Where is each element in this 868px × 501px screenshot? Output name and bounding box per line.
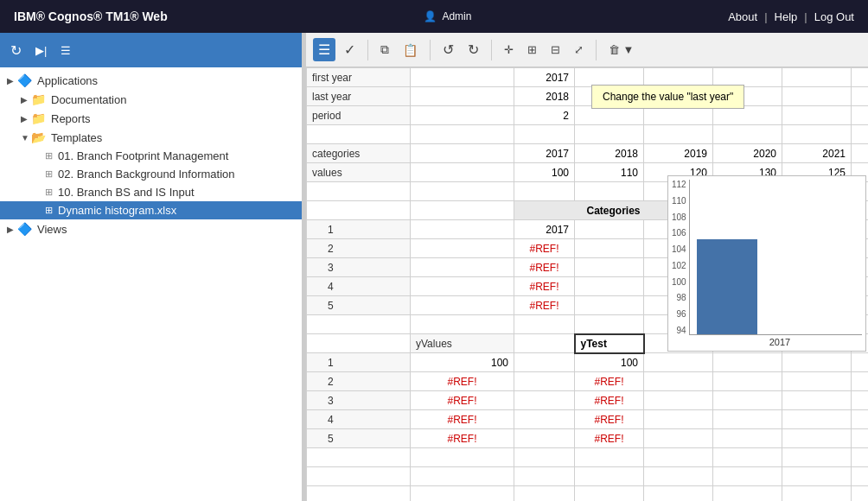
expand-button[interactable]: ⤢ <box>569 40 589 60</box>
check-button[interactable]: ✓ <box>339 38 361 61</box>
sidebar-item-applications[interactable]: ▶ 🔷 Applications <box>0 71 302 90</box>
copy2-button[interactable]: 📋 <box>398 40 423 60</box>
undo-button[interactable]: ↺ <box>437 38 459 61</box>
folder-icon-documentation: 📁 <box>31 92 46 106</box>
sidebar-item-reports[interactable]: ▶ 📁 Reports <box>0 109 302 128</box>
cell-wide[interactable] <box>852 106 869 125</box>
cell[interactable]: #REF! <box>514 239 575 258</box>
table-row: 1 100 100 <box>307 353 869 372</box>
cell[interactable]: 2017 <box>514 144 575 163</box>
cell[interactable]: 2021 <box>782 144 852 163</box>
top-nav: About | Help | Log Out <box>728 10 854 23</box>
table-row: first year 2017 <box>307 68 869 87</box>
sidebar-label-branch-bs-is: 10. Branch BS and IS Input <box>58 186 195 199</box>
table-row <box>307 125 869 144</box>
table-row: categories 2017 2018 2019 2020 2021 <box>307 144 869 163</box>
table-row: 4 #REF! #REF! <box>307 410 869 429</box>
cell[interactable]: #REF! <box>575 372 644 391</box>
row-label: values <box>307 163 411 182</box>
cell[interactable]: #REF! <box>514 296 575 315</box>
filter-button[interactable]: 🗑 ▼ <box>603 40 639 60</box>
cell-wide[interactable] <box>852 144 869 163</box>
sidebar-item-dynamic-histogram[interactable]: ▶ ⊞ Dynamic histogram.xlsx <box>0 201 302 219</box>
cell[interactable]: 100 <box>575 353 644 372</box>
cell[interactable]: #REF! <box>575 429 644 448</box>
cell[interactable]: #REF! <box>411 429 514 448</box>
toolbar-sep-1 <box>367 40 368 60</box>
cell[interactable] <box>782 106 852 125</box>
cell[interactable]: #REF! <box>514 277 575 296</box>
sidebar-item-documentation[interactable]: ▶ 📁 Documentation <box>0 90 302 109</box>
table-row: 3 #REF! #REF! <box>307 391 869 410</box>
arrow-templates: ▼ <box>21 133 31 143</box>
cell[interactable]: 2020 <box>713 144 782 163</box>
toolbar-sep-2 <box>430 40 431 60</box>
chart-bar-2017 <box>697 239 757 334</box>
username: Admin <box>442 10 471 22</box>
cell[interactable]: 2019 <box>644 144 713 163</box>
sidebar-item-branch-footprint[interactable]: ▶ ⊞ 01. Branch Footprint Management <box>0 147 302 165</box>
table-row: last year 2018 <box>307 87 869 106</box>
content-toolbar: ☰ ✓ ⧉ 📋 ↺ ↻ ✛ ⊞ ⊟ ⤢ 🗑 ▼ <box>306 33 868 67</box>
cell[interactable]: 100 <box>411 353 514 372</box>
insert-row-button[interactable]: ✛ <box>499 40 519 60</box>
help-link[interactable]: Help <box>775 10 798 23</box>
copy1-button[interactable]: ⧉ <box>375 39 394 60</box>
row-label: last year <box>307 87 411 106</box>
nav-sep-1: | <box>764 10 767 23</box>
row-label: first year <box>307 68 411 87</box>
sidebar-item-templates[interactable]: ▼ 📂 Templates <box>0 128 302 147</box>
cell[interactable]: 2017 <box>514 68 575 87</box>
folder-icon-templates: 📂 <box>31 130 46 144</box>
spreadsheet-area[interactable]: first year 2017 last year 2018 <box>306 67 868 501</box>
grid-icon-1: ⊞ <box>45 150 53 162</box>
cell-wide[interactable] <box>852 68 869 87</box>
cell[interactable]: 2 <box>514 106 575 125</box>
table-row: period 2 <box>307 106 869 125</box>
folder-icon-views: 🔷 <box>17 222 32 236</box>
table-row <box>307 448 869 467</box>
cell[interactable]: #REF! <box>514 258 575 277</box>
cell[interactable]: 100 <box>514 163 575 182</box>
ytest-cell[interactable]: yTest <box>575 334 644 353</box>
cell[interactable]: #REF! <box>411 391 514 410</box>
cell-wide[interactable] <box>852 87 869 106</box>
cell[interactable] <box>782 87 852 106</box>
cell[interactable]: 2017 <box>514 220 575 239</box>
grid-button[interactable]: ⊟ <box>546 40 565 60</box>
sidebar-tree: ▶ 🔷 Applications ▶ 📁 Documentation ▶ 📁 R… <box>0 67 302 501</box>
cell[interactable] <box>782 68 852 87</box>
logout-link[interactable]: Log Out <box>814 10 854 23</box>
expand-button[interactable]: ☰ <box>57 42 74 59</box>
refresh-button[interactable]: ↻ <box>7 41 25 60</box>
cell[interactable]: #REF! <box>411 372 514 391</box>
cell[interactable]: #REF! <box>575 410 644 429</box>
cell[interactable]: 110 <box>575 163 644 182</box>
redo-button[interactable]: ↻ <box>463 38 484 61</box>
cell[interactable] <box>411 87 514 106</box>
sidebar-item-views[interactable]: ▶ 🔷 Views <box>0 219 302 238</box>
app-logo: IBM® Cognos® TM1® Web <box>14 10 168 23</box>
sidebar-label-templates: Templates <box>51 131 102 144</box>
about-link[interactable]: About <box>728 10 757 23</box>
sidebar-item-branch-background[interactable]: ▶ ⊞ 02. Branch Background Information <box>0 165 302 183</box>
table-button[interactable]: ⊞ <box>522 40 542 60</box>
cell[interactable] <box>411 144 514 163</box>
content-area: ☰ ✓ ⧉ 📋 ↺ ↻ ✛ ⊞ ⊟ ⤢ 🗑 ▼ first year <box>306 33 868 501</box>
arrow-documentation: ▶ <box>21 95 31 105</box>
main-layout: ↻ ▶| ☰ ▶ 🔷 Applications ▶ 📁 Documentatio… <box>0 33 868 501</box>
cell[interactable] <box>411 106 514 125</box>
cell[interactable] <box>411 68 514 87</box>
cell[interactable]: #REF! <box>575 391 644 410</box>
cell[interactable]: #REF! <box>411 410 514 429</box>
sidebar-item-branch-bs-is[interactable]: ▶ ⊞ 10. Branch BS and IS Input <box>0 183 302 201</box>
arrow-applications: ▶ <box>7 76 17 86</box>
cell[interactable] <box>411 163 514 182</box>
sidebar-label-dynamic-histogram: Dynamic histogram.xlsx <box>58 204 176 217</box>
list-view-button[interactable]: ☰ <box>313 38 335 61</box>
cell[interactable]: 2018 <box>575 144 644 163</box>
collapse-button[interactable]: ▶| <box>32 42 50 59</box>
chart-container: 112 110 108 106 104 102 100 98 96 94 <box>667 175 866 352</box>
user-info: 👤 Admin <box>424 10 471 22</box>
cell[interactable]: 2018 <box>514 87 575 106</box>
